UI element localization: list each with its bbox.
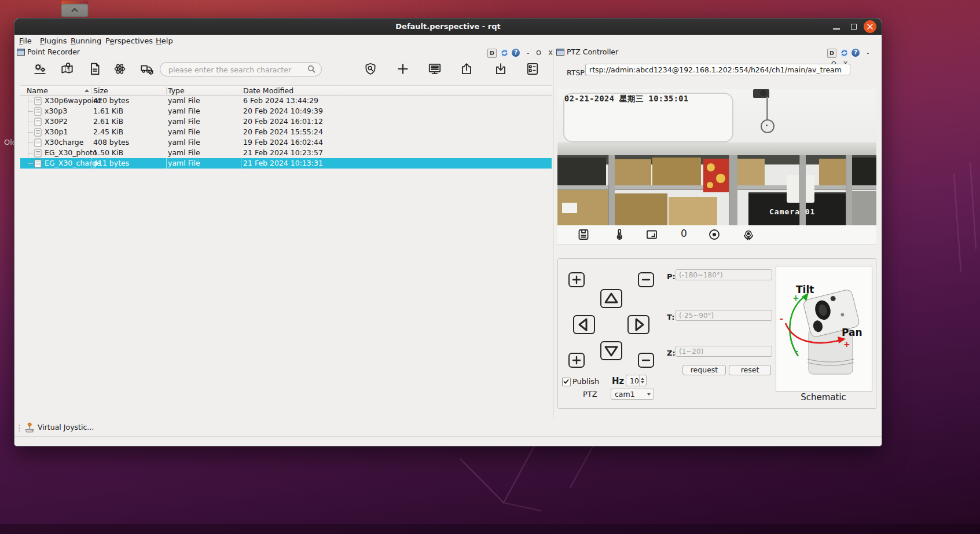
dock-help-button[interactable]: ? [512,49,520,57]
tree-branch [28,111,33,112]
table-row[interactable]: EG_X30_charge411 bytesyaml File21 Feb 20… [20,158,552,169]
ptz-camera-select[interactable]: cam1 [611,389,654,400]
zoom-field[interactable] [676,346,772,357]
dock-detach-button[interactable]: D [487,49,497,58]
pan-plus-sign: + [843,339,850,349]
minimize-button[interactable] [833,28,840,30]
snapshot-save-icon[interactable] [577,228,590,242]
dock-handle[interactable] [18,424,21,431]
menu-help[interactable]: Help [156,36,173,45]
table-row[interactable]: X30charge408 bytesyaml File19 Feb 2024 1… [20,137,552,148]
tilt-up-button[interactable] [600,289,622,308]
map-waypoint-icon[interactable] [60,61,75,76]
dock-reload-icon[interactable] [840,49,849,57]
task-list-icon[interactable] [525,61,540,76]
ros-atom-icon[interactable] [112,61,127,76]
cell-name: X30p1 [45,127,68,136]
rtsp-label: RTSP: [567,68,587,77]
dock-help-button[interactable]: ? [851,49,860,57]
request-button[interactable]: request [682,365,726,375]
table-row[interactable]: EG_X30_photo1.50 KiByaml File21 Feb 2024… [20,148,552,158]
table-row[interactable]: x30p31.61 KiByaml File20 Feb 2024 10:49:… [20,106,552,116]
import-download-icon[interactable] [493,61,508,76]
dock-close-button[interactable]: X [548,49,553,57]
tilt-minus-sign: - [795,346,798,356]
close-button[interactable] [864,20,876,33]
record-icon[interactable] [707,228,721,242]
add-icon[interactable] [395,61,410,76]
spin-down-icon[interactable] [641,381,644,383]
ptz-control-group: P: T: Z: request reset Publish Hz [557,258,876,409]
zoom-in-bottom-button[interactable] [568,353,585,368]
col-header-type[interactable]: Type [168,86,185,95]
cell-size: 1.50 KiB [93,148,123,157]
pan-left-button[interactable] [573,315,595,334]
dock-minimize-button[interactable]: - [527,49,529,57]
ptz-dock-controls: D ? - O X [827,49,879,58]
window-titlebar[interactable]: Default.perspective - rqt [14,19,882,35]
menu-bar: FilePluginsRunningPerspectivesHelp [14,35,882,47]
camera-stream-view[interactable]: 02-21-2024 星期三 10:35:01 Camera 01 [557,89,876,225]
col-header-size[interactable]: Size [93,86,108,95]
ptz-rotate-icon[interactable] [742,228,755,242]
point-recorder-panel: Point Recorder D ? - O X [17,47,554,419]
shield-search-icon[interactable] [363,61,378,76]
export-share-icon[interactable] [459,61,474,76]
menu-perspectives[interactable]: Perspectives [105,36,153,45]
table-row[interactable]: X30p12.45 KiByaml File20 Feb 2024 15:55:… [20,127,552,137]
cell-size: 2.61 KiB [93,117,123,126]
tree-branch [28,132,33,133]
check-icon [563,379,569,385]
table-row[interactable]: X30p6waypoint420 bytesyaml File6 Feb 202… [20,96,552,106]
spin-up-icon[interactable] [641,378,644,380]
menu-plugins[interactable]: Plugins [40,36,67,45]
file-table-body: X30p6waypoint420 bytesyaml File6 Feb 202… [20,96,552,169]
panel-splitter[interactable] [553,49,554,418]
cell-modified: 20 Feb 2024 16:01:12 [243,117,323,126]
search-input[interactable] [167,63,304,76]
rtsp-input[interactable] [585,64,850,75]
status-bar: Virtual Joystic... [14,419,882,437]
tilt-down-button[interactable] [600,341,622,360]
window-title: Default.perspective - rqt [14,22,882,31]
sort-ascending-icon [85,89,89,92]
cell-name: EG_X30_charge [45,159,101,167]
zoom-out-bottom-button[interactable] [638,353,654,368]
dock-detach-button[interactable]: D [827,49,836,58]
resize-frame-icon[interactable] [645,228,659,242]
tilt-field[interactable] [676,310,772,321]
dock-minimize-button[interactable]: - [867,49,869,57]
zoom-out-top-button[interactable] [638,272,654,287]
cell-name: X30charge [45,138,83,147]
thermometer-icon[interactable] [612,228,626,242]
table-row[interactable]: X30P22.61 KiByaml File20 Feb 2024 16:01:… [20,116,552,127]
zoom-in-top-button[interactable] [568,272,585,287]
vehicle-disabled-icon[interactable] [140,61,155,76]
cell-modified: 21 Feb 2024 10:23:57 [243,148,323,157]
cell-type: yaml File [168,117,200,126]
menu-running[interactable]: Running [71,36,101,45]
settings-gears-icon[interactable] [32,61,47,76]
pan-right-button[interactable] [627,315,649,334]
display-list-icon[interactable] [427,61,442,76]
plugin-window-icon [17,49,25,56]
dock-reload-icon[interactable] [500,49,509,57]
hz-spinbox[interactable] [626,375,647,386]
spinbox-arrows[interactable] [639,375,646,386]
dock-restore-button[interactable]: O [536,49,541,57]
menu-file[interactable]: File [19,36,32,45]
desktop-folder-icon[interactable] [60,0,90,18]
cell-size: 420 bytes [93,96,129,105]
save-file-icon[interactable] [87,61,102,76]
camera-toolbar: 0 [557,225,876,244]
virtual-joystick-tab[interactable]: Virtual Joystic... [24,422,94,433]
col-header-modified[interactable]: Date Modified [243,86,293,95]
cell-name: X30p6waypoint [45,96,101,105]
ptz-controller-title: PTZ Controller [556,47,618,59]
col-header-name[interactable]: Name [27,86,48,95]
publish-checkbox[interactable] [562,378,571,386]
pan-field[interactable] [676,269,772,280]
cell-type: yaml File [168,159,200,167]
maximize-button[interactable] [851,24,857,30]
reset-button[interactable]: reset [729,365,771,375]
